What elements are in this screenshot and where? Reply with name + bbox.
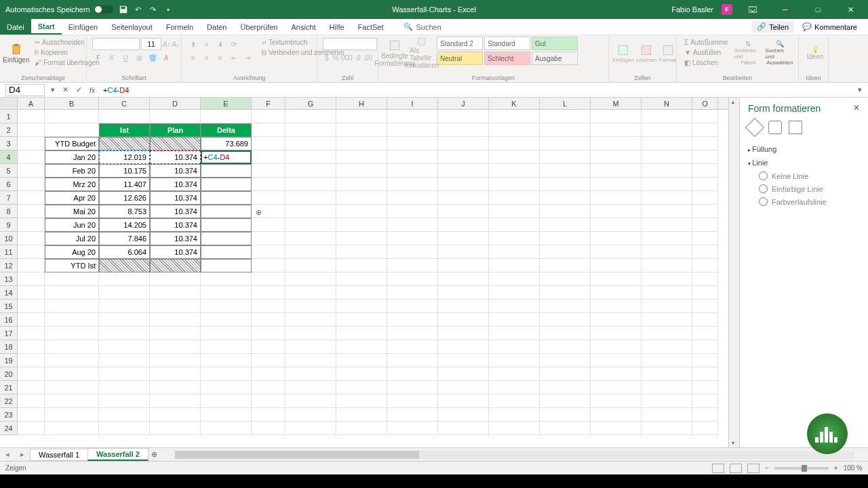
- row-header-6[interactable]: 6: [0, 178, 18, 191]
- cell-E11[interactable]: [201, 245, 252, 259]
- cell-I3[interactable]: [387, 137, 438, 150]
- cell-G15[interactable]: [285, 300, 336, 313]
- cell-A19[interactable]: [18, 354, 45, 367]
- row-header-12[interactable]: 12: [0, 259, 18, 272]
- cell-K24[interactable]: [489, 422, 540, 435]
- cell-I16[interactable]: [387, 313, 438, 327]
- cell-B21[interactable]: [45, 381, 99, 394]
- fontsize-select[interactable]: [141, 38, 161, 50]
- cell-F6[interactable]: [252, 178, 285, 191]
- astable-button[interactable]: Als Tabelleformatieren: [410, 37, 434, 69]
- cell-N20[interactable]: [642, 367, 692, 381]
- cell-O6[interactable]: [692, 178, 718, 191]
- cell-E1[interactable]: [201, 110, 252, 123]
- cell-I1[interactable]: [387, 110, 438, 123]
- tab-data[interactable]: Daten: [200, 19, 233, 35]
- decrease-font-icon[interactable]: A↓: [172, 38, 180, 50]
- cell-K15[interactable]: [489, 300, 540, 313]
- fillcolor-icon[interactable]: 🪣: [146, 52, 159, 64]
- cell-D18[interactable]: [150, 340, 201, 354]
- cell-D13[interactable]: [150, 272, 201, 286]
- cell-O2[interactable]: [692, 123, 718, 137]
- cell-L19[interactable]: [540, 354, 591, 367]
- cell-B14[interactable]: [45, 286, 99, 300]
- cell-N14[interactable]: [642, 286, 692, 300]
- cell-A1[interactable]: [18, 110, 45, 123]
- search-box[interactable]: 🔍 Suchen: [403, 19, 441, 35]
- cell-N16[interactable]: [642, 313, 692, 327]
- cell-N7[interactable]: [642, 191, 692, 205]
- cell-J20[interactable]: [438, 367, 489, 381]
- cell-H22[interactable]: [336, 394, 387, 408]
- cell-H17[interactable]: [336, 327, 387, 340]
- cell-O3[interactable]: [692, 137, 718, 150]
- cell-E16[interactable]: [201, 313, 252, 327]
- cell-A20[interactable]: [18, 367, 45, 381]
- cell-E18[interactable]: [201, 340, 252, 354]
- cell-D10[interactable]: 10.374: [150, 232, 201, 245]
- cell-N11[interactable]: [642, 245, 692, 259]
- tab-home[interactable]: Start: [31, 19, 62, 35]
- cell-O13[interactable]: [692, 272, 718, 286]
- row-header-15[interactable]: 15: [0, 300, 18, 313]
- cell-I17[interactable]: [387, 327, 438, 340]
- autosum-button[interactable]: ΣAutoSumme: [682, 38, 730, 47]
- cell-F18[interactable]: [252, 340, 285, 354]
- cell-M2[interactable]: [591, 123, 642, 137]
- cell-H7[interactable]: [336, 191, 387, 205]
- cell-M12[interactable]: [591, 259, 642, 272]
- radio-gradient-line[interactable]: Farbverlaufslinie: [748, 195, 860, 208]
- cell-C5[interactable]: 10.175: [99, 164, 150, 178]
- radio-solid-line[interactable]: Einfarbige Linie: [748, 182, 860, 195]
- cell-A22[interactable]: [18, 394, 45, 408]
- cell-E19[interactable]: [201, 354, 252, 367]
- cell-L6[interactable]: [540, 178, 591, 191]
- name-box[interactable]: [5, 84, 45, 96]
- formula-input[interactable]: +C4-D4: [99, 86, 854, 94]
- tab-formulas[interactable]: Formeln: [159, 19, 200, 35]
- cell-D22[interactable]: [150, 394, 201, 408]
- cell-E9[interactable]: [201, 218, 252, 232]
- col-header-I[interactable]: I: [387, 98, 438, 109]
- cell-K22[interactable]: [489, 394, 540, 408]
- cell-F10[interactable]: [252, 232, 285, 245]
- cell-K21[interactable]: [489, 381, 540, 394]
- cell-I9[interactable]: [387, 218, 438, 232]
- condfmt-button[interactable]: BedingteFormatierung: [382, 37, 407, 69]
- zoom-in-icon[interactable]: +: [834, 464, 838, 472]
- cell-C18[interactable]: [99, 340, 150, 354]
- cell-D12[interactable]: [150, 259, 201, 272]
- cell-G16[interactable]: [285, 313, 336, 327]
- cell-J18[interactable]: [438, 340, 489, 354]
- cell-B13[interactable]: [45, 272, 99, 286]
- cell-E20[interactable]: [201, 367, 252, 381]
- cell-D23[interactable]: [150, 408, 201, 422]
- cell-A15[interactable]: [18, 300, 45, 313]
- cell-L4[interactable]: [540, 150, 591, 164]
- cell-H14[interactable]: [336, 286, 387, 300]
- cell-E6[interactable]: [201, 178, 252, 191]
- cell-M23[interactable]: [591, 408, 642, 422]
- cell-M20[interactable]: [591, 367, 642, 381]
- cell-L11[interactable]: [540, 245, 591, 259]
- cell-C24[interactable]: [99, 422, 150, 435]
- row-header-4[interactable]: 4: [0, 150, 18, 164]
- cell-H19[interactable]: [336, 354, 387, 367]
- cell-A10[interactable]: [18, 232, 45, 245]
- cell-L21[interactable]: [540, 381, 591, 394]
- cell-O16[interactable]: [692, 313, 718, 327]
- cell-J17[interactable]: [438, 327, 489, 340]
- cell-N22[interactable]: [642, 394, 692, 408]
- cell-H4[interactable]: [336, 150, 387, 164]
- cell-H12[interactable]: [336, 259, 387, 272]
- cell-K1[interactable]: [489, 110, 540, 123]
- cell-A12[interactable]: [18, 259, 45, 272]
- cell-I15[interactable]: [387, 300, 438, 313]
- cell-F4[interactable]: [252, 150, 285, 164]
- cell-E4[interactable]: +C4-D4: [201, 150, 252, 164]
- user-avatar[interactable]: F: [722, 4, 732, 15]
- cell-M10[interactable]: [591, 232, 642, 245]
- cell-M24[interactable]: [591, 422, 642, 435]
- cell-L1[interactable]: [540, 110, 591, 123]
- cell-F8[interactable]: [252, 205, 285, 218]
